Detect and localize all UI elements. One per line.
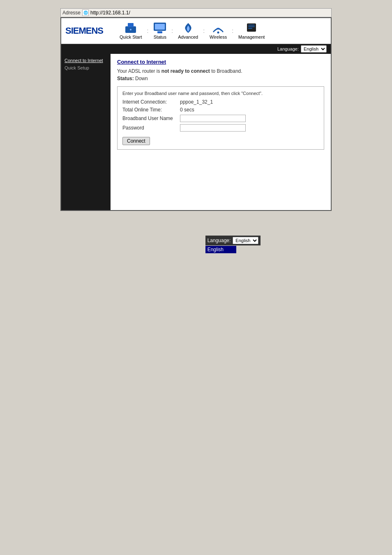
svg-rect-4	[155, 24, 165, 30]
label-username: Broadband User Name	[122, 116, 180, 121]
status-label: Status	[154, 35, 166, 39]
browser-icon: 🌐	[82, 9, 89, 16]
status-value: Down	[135, 76, 148, 81]
label-internet: Internet Connection:	[122, 99, 180, 105]
bottom-lang-select[interactable]: English	[233, 237, 258, 244]
sidebar-item-quicksetup[interactable]: Quick Setup	[65, 65, 107, 70]
svg-rect-1	[128, 23, 134, 27]
status-prefix: Your ADSL router is	[117, 68, 161, 74]
nav-advanced[interactable]: Advanced	[174, 21, 202, 40]
wireless-svg	[212, 22, 225, 34]
bottom-lang-open-option[interactable]: English	[205, 246, 236, 253]
status-label: Status:	[117, 76, 134, 81]
nav-sep-2: :	[171, 28, 173, 34]
address-bar: Adresse 🌐 http://192.168.1.1/	[60, 8, 332, 17]
nav-management[interactable]: Management	[234, 21, 269, 40]
advanced-icon	[182, 22, 195, 34]
form-row-password: Password	[122, 124, 319, 132]
management-label: Management	[238, 35, 265, 39]
status-text: Your ADSL router is not ready to connect…	[117, 68, 324, 74]
svg-rect-8	[248, 25, 255, 25]
svg-rect-10	[248, 28, 252, 29]
label-onlinetime: Total Online Time:	[122, 107, 180, 113]
content-title: Connect to Internet	[117, 59, 324, 65]
connection-box: Enter your Broadband user name and passw…	[117, 86, 324, 150]
nav-quick-start[interactable]: Quick Start	[115, 21, 146, 40]
form-row-internet: Internet Connection: pppoe_1_32_1	[122, 99, 319, 105]
status-icon	[153, 22, 166, 34]
input-username[interactable]	[180, 115, 246, 122]
wireless-label: Wireless	[210, 35, 227, 39]
input-password[interactable]	[180, 124, 246, 132]
svg-rect-9	[248, 26, 255, 27]
status-bold: not ready to connect	[161, 68, 210, 74]
management-svg	[245, 22, 258, 34]
quick-start-svg	[124, 22, 137, 34]
nav-bar: SIEMENS Quick Start :	[61, 18, 331, 44]
nav-status[interactable]: Status	[149, 21, 171, 40]
wireless-icon	[212, 22, 225, 34]
language-bar: Language: English	[61, 44, 331, 54]
management-icon	[245, 22, 258, 34]
form-row-username: Broadband User Name	[122, 115, 319, 122]
nav-sep-3: :	[203, 28, 205, 34]
quick-start-label: Quick Start	[120, 35, 142, 39]
label-password: Password	[122, 125, 180, 131]
bottom-lang-container: Language: English	[205, 236, 261, 245]
sidebar-connect-link[interactable]: Connect to Internet	[65, 58, 103, 63]
brand-logo: SIEMENS	[65, 25, 103, 36]
status-suffix: to Broadband.	[210, 68, 242, 74]
content-area: Connect to Internet Quick Setup Connect …	[61, 54, 331, 210]
form-row-onlinetime: Total Online Time: 0 secs	[122, 107, 319, 113]
status-svg	[153, 22, 166, 34]
advanced-label: Advanced	[178, 35, 198, 39]
svg-point-2	[130, 29, 131, 30]
router-frame: SIEMENS Quick Start :	[60, 17, 332, 211]
value-onlinetime: 0 secs	[180, 107, 194, 113]
bottom-lang-label: Language:	[208, 238, 231, 243]
svg-rect-5	[157, 31, 162, 33]
sidebar: Connect to Internet Quick Setup	[61, 54, 111, 210]
address-url[interactable]: http://192.168.1.1/	[90, 10, 130, 16]
sidebar-item-connect[interactable]: Connect to Internet	[65, 58, 107, 63]
value-internet: pppoe_1_32_1	[180, 99, 213, 105]
status-down: Status: Down	[117, 76, 324, 81]
quick-start-icon	[124, 22, 137, 34]
language-label: Language:	[277, 46, 299, 51]
nav-sep-4: :	[232, 28, 233, 34]
nav-sep-1: :	[147, 28, 148, 34]
advanced-svg	[182, 22, 195, 34]
box-header: Enter your Broadband user name and passw…	[122, 91, 319, 96]
nav-wireless[interactable]: Wireless	[205, 21, 231, 40]
address-label: Adresse	[62, 10, 81, 16]
connect-button[interactable]: Connect	[122, 137, 150, 145]
nav-items: Quick Start : Status :	[115, 21, 269, 40]
language-select[interactable]: English	[301, 45, 327, 53]
main-content: Connect to Internet Your ADSL router is …	[111, 54, 331, 210]
sidebar-quicksetup-label[interactable]: Quick Setup	[65, 65, 89, 70]
bottom-section: Language: English English	[205, 236, 261, 253]
svg-point-6	[217, 32, 219, 34]
